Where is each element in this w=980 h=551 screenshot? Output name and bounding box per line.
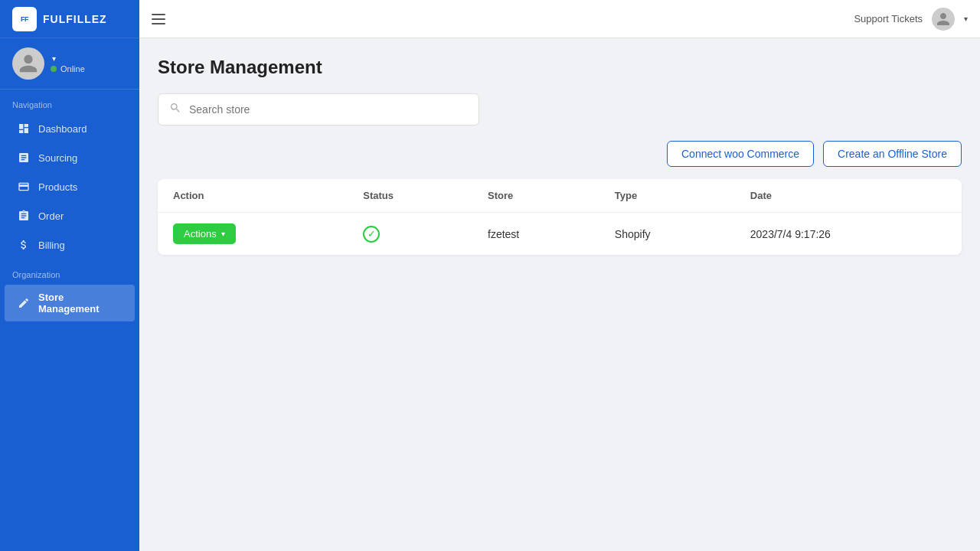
table-cell-status: ✓	[348, 213, 472, 256]
sidebar: FF FULFILLEZ ▾ Online Navigation Dashboa…	[0, 0, 139, 551]
sidebar-item-products[interactable]: Products	[5, 173, 135, 201]
logo-box: FF	[12, 7, 37, 31]
avatar	[12, 47, 44, 80]
logo-text: FULFILLEZ	[43, 13, 107, 25]
dashboard-icon	[17, 122, 31, 135]
user-dropdown-icon[interactable]: ▾	[52, 54, 56, 63]
sidebar-item-billing-label: Billing	[38, 240, 65, 251]
sidebar-item-order[interactable]: Order	[5, 202, 135, 230]
actions-label: Actions	[184, 228, 217, 240]
table-header-store: Store	[472, 179, 599, 213]
sourcing-icon	[17, 151, 31, 165]
hamburger-line-1	[152, 14, 165, 15]
products-icon	[17, 180, 31, 194]
support-tickets-link[interactable]: Support Tickets	[854, 13, 923, 24]
status-active-icon: ✓	[363, 226, 380, 243]
topbar-dropdown-arrow[interactable]: ▾	[964, 15, 968, 23]
store-management-icon	[17, 296, 31, 310]
table-cell-type: Shopify	[599, 213, 735, 256]
logo-area: FF FULFILLEZ	[0, 0, 139, 38]
chevron-down-icon: ▾	[221, 230, 225, 238]
sidebar-item-dashboard[interactable]: Dashboard	[5, 115, 135, 142]
sidebar-item-order-label: Order	[38, 210, 64, 222]
table-cell-action: Actions ▾	[158, 213, 348, 256]
hamburger-button[interactable]	[149, 11, 168, 28]
table-header-date: Date	[735, 179, 962, 213]
connect-woo-commerce-button[interactable]: Connect woo Commerce	[667, 141, 814, 167]
online-status: Online	[51, 64, 85, 73]
billing-icon	[17, 238, 31, 252]
table-cell-store: fzetest	[472, 213, 599, 256]
table-body: Actions ▾ ✓ fzetest Shopify 2023/7/4 9:1…	[158, 213, 962, 256]
nav-section-label: Navigation	[0, 90, 139, 114]
action-buttons: Connect woo Commerce Create an Offline S…	[158, 141, 962, 167]
user-info: ▾ Online	[51, 54, 85, 73]
table-header-status: Status	[348, 179, 472, 213]
sidebar-item-store-management[interactable]: Store Management	[5, 285, 135, 321]
create-offline-store-button[interactable]: Create an Offline Store	[823, 141, 962, 167]
sidebar-item-dashboard-label: Dashboard	[38, 123, 87, 135]
org-section-label: Organization	[0, 259, 139, 284]
sidebar-item-products-label: Products	[38, 181, 77, 193]
hamburger-line-3	[152, 23, 165, 24]
sidebar-item-sourcing-label: Sourcing	[38, 152, 77, 164]
table-header-row: Action Status Store Type Date	[158, 179, 962, 213]
table-header-action: Action	[158, 179, 348, 213]
topbar: Support Tickets ▾	[139, 0, 980, 38]
search-bar	[158, 93, 479, 126]
logo-abbr: FF	[21, 15, 28, 23]
hamburger-line-2	[152, 18, 165, 20]
table-cell-date: 2023/7/4 9:17:26	[735, 213, 962, 256]
online-dot	[51, 66, 57, 72]
store-table-container: Action Status Store Type Date Actions ▾	[158, 179, 962, 255]
search-input[interactable]	[189, 103, 468, 116]
sidebar-item-sourcing[interactable]: Sourcing	[5, 144, 135, 171]
search-icon	[169, 102, 181, 117]
table-row: Actions ▾ ✓ fzetest Shopify 2023/7/4 9:1…	[158, 213, 962, 256]
user-area: ▾ Online	[0, 38, 139, 90]
order-icon	[17, 209, 31, 223]
main-content: Store Management Connect woo Commerce Cr…	[139, 38, 980, 551]
topbar-right: Support Tickets ▾	[854, 8, 968, 31]
page-title: Store Management	[158, 57, 962, 78]
online-label: Online	[60, 64, 85, 73]
sidebar-item-store-management-label: Store Management	[38, 292, 122, 315]
store-table: Action Status Store Type Date Actions ▾	[158, 179, 962, 255]
table-header-type: Type	[599, 179, 735, 213]
topbar-avatar	[932, 8, 955, 31]
sidebar-item-billing[interactable]: Billing	[5, 231, 135, 259]
actions-button[interactable]: Actions ▾	[173, 223, 236, 244]
